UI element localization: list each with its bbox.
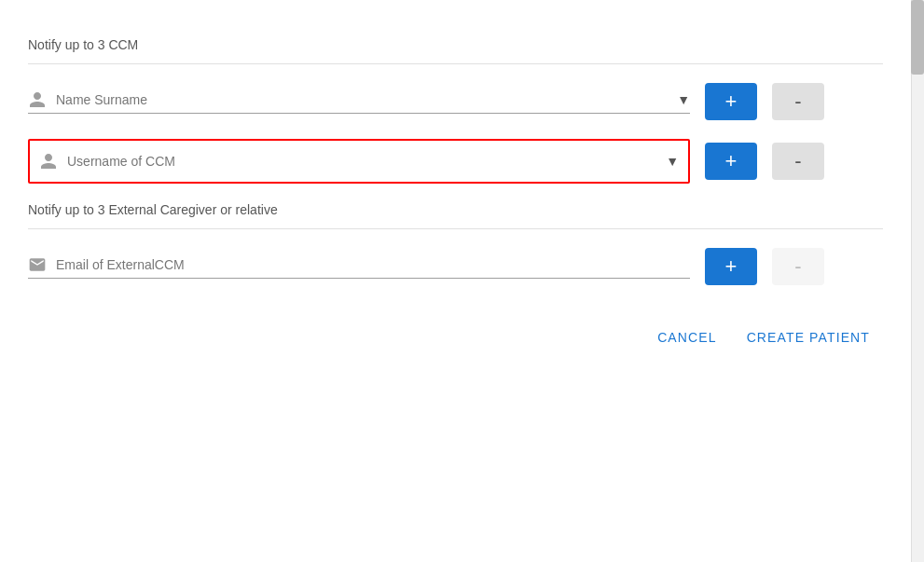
main-container: Notify up to 3 CCM ▼ + - [0,0,924,562]
scrollbar-thumb[interactable] [911,0,924,75]
username-ccm-plus-button[interactable]: + [705,143,757,180]
content-area: Notify up to 3 CCM ▼ + - [0,0,911,562]
external-section-label: Notify up to 3 External Caregiver or rel… [28,202,883,217]
email-icon [28,255,47,274]
username-ccm-minus-button[interactable]: - [772,143,824,180]
person-icon-1 [28,90,47,109]
email-external-row: + - [28,248,883,285]
name-surname-input[interactable] [56,92,677,107]
divider-2 [28,228,883,229]
email-external-input[interactable] [56,257,690,272]
create-patient-button[interactable]: CREATE PATIENT [743,322,874,352]
cancel-button[interactable]: CANCEL [654,322,721,352]
username-ccm-row: ▼ + - [28,139,883,184]
name-surname-row: ▼ + - [28,83,883,120]
name-surname-plus-button[interactable]: + [705,83,757,120]
person-icon-2 [39,152,58,171]
divider-1 [28,63,883,64]
action-row: CANCEL CREATE PATIENT [28,322,883,352]
email-external-minus-button: - [772,248,824,285]
ccm-section-label: Notify up to 3 CCM [28,37,883,52]
email-external-wrapper [28,255,690,279]
username-ccm-wrapper: ▼ [28,139,690,184]
name-surname-minus-button[interactable]: - [772,83,824,120]
name-surname-dropdown-arrow[interactable]: ▼ [677,92,690,107]
name-surname-wrapper: ▼ [28,90,690,114]
username-ccm-input[interactable] [67,154,666,169]
email-external-plus-button[interactable]: + [705,248,757,285]
scrollbar[interactable] [911,0,924,562]
username-ccm-dropdown-arrow[interactable]: ▼ [666,154,679,169]
